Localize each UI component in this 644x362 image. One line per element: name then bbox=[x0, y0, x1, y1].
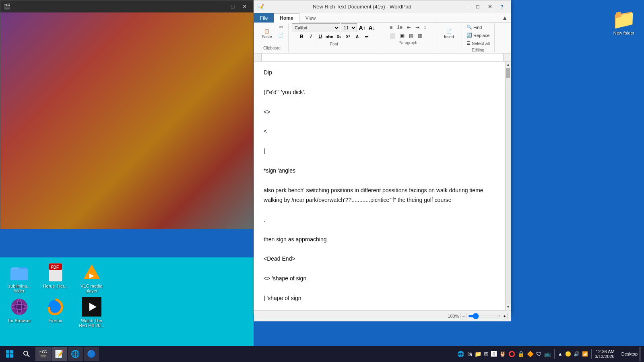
insert-icon: 📄 bbox=[446, 29, 452, 34]
taskbar-media-icon[interactable]: 🔶 bbox=[527, 351, 534, 357]
vlc-icon[interactable]: ▶ VLC media player bbox=[76, 263, 107, 293]
taskbar-edge-icon[interactable]: 🌐 bbox=[457, 351, 464, 357]
doc-line-cursor: | bbox=[264, 146, 495, 155]
taskbar-browser-app[interactable]: 🔵 bbox=[84, 347, 99, 361]
select-all-button[interactable]: ☰ Select all bbox=[464, 39, 492, 47]
taskbar-wordpad-app[interactable]: 📝 bbox=[52, 347, 67, 361]
copy-button[interactable]: 📄 bbox=[276, 31, 286, 39]
numbering-button[interactable]: 1≡ bbox=[395, 23, 405, 31]
bullets-button[interactable]: ≡ bbox=[388, 23, 394, 31]
video-close-button[interactable]: ✕ bbox=[239, 2, 250, 10]
tab-file[interactable]: File bbox=[254, 13, 274, 23]
superscript-button[interactable]: X² bbox=[344, 32, 353, 41]
tab-home[interactable]: Home bbox=[274, 13, 299, 23]
scroll-track[interactable] bbox=[506, 68, 511, 304]
doc-line-9 bbox=[264, 156, 495, 165]
shrink-font-button[interactable]: A↓ bbox=[367, 23, 376, 32]
taskbar-store-icon[interactable]: 🛍 bbox=[466, 351, 472, 357]
italic-button[interactable]: I bbox=[307, 32, 316, 41]
subscript-button[interactable]: X₂ bbox=[334, 32, 343, 41]
cut-button[interactable]: ✂ bbox=[276, 23, 286, 31]
desktop: 📁 New folder 🎬 – □ ✕ bbox=[0, 0, 644, 362]
zoom-out-button[interactable]: – bbox=[460, 313, 466, 319]
align-left-button[interactable]: ⬜ bbox=[388, 32, 398, 40]
taskbar-clock[interactable]: 12:36 AM 3/13/2020 bbox=[595, 349, 615, 359]
watch-redpill-icon[interactable]: Watch The Red Pill 20... bbox=[76, 297, 107, 328]
highlight-button[interactable]: ✏ bbox=[362, 32, 371, 41]
ribbon-content: 📋 Paste ✂ 📄 Clipboard Calibri bbox=[254, 23, 511, 53]
insert-label: Insert bbox=[444, 35, 454, 39]
video-maximize-button[interactable]: □ bbox=[227, 2, 238, 10]
ribbon-collapse-button[interactable]: ▲ bbox=[502, 14, 508, 21]
sublimina-folder-icon[interactable]: 'sublimina... folder bbox=[4, 263, 34, 293]
zoom-slider[interactable] bbox=[468, 315, 500, 317]
align-center-button[interactable]: ▣ bbox=[398, 32, 407, 40]
volume-icon[interactable]: 🔊 bbox=[574, 351, 580, 357]
editing-group: 🔍 Find 🔄 Replace ☰ Select all Editing bbox=[462, 23, 495, 52]
network-icon[interactable]: 📶 bbox=[582, 351, 588, 357]
zoom-in-button[interactable]: + bbox=[502, 313, 508, 319]
font-selector: Calibri 11 A↑ A↓ bbox=[292, 23, 376, 32]
video-minimize-button[interactable]: – bbox=[215, 2, 226, 10]
vlc-icon-img: ▶ bbox=[82, 263, 101, 282]
replace-button[interactable]: 🔄 Replace bbox=[464, 31, 492, 39]
wordpad-help-button[interactable]: ? bbox=[496, 2, 508, 11]
desktop-button[interactable]: Desktop bbox=[621, 352, 638, 356]
doc-line-1: Dip bbox=[264, 68, 495, 77]
font-name-dropdown[interactable]: Calibri bbox=[292, 23, 340, 32]
up-arrow-icon[interactable]: ▲ bbox=[558, 351, 563, 357]
taskbar-opera-icon[interactable]: ⭕ bbox=[508, 351, 515, 357]
show-desktop-button[interactable] bbox=[639, 347, 641, 361]
scroll-up-button[interactable]: ▲ bbox=[506, 62, 511, 68]
tab-view[interactable]: View bbox=[299, 13, 322, 23]
bitdefender-icon[interactable]: 🟡 bbox=[565, 351, 571, 357]
underline-button[interactable]: U bbox=[316, 32, 325, 41]
grow-font-button[interactable]: A↑ bbox=[358, 23, 367, 32]
editing-buttons: 🔍 Find 🔄 Replace ☰ Select all bbox=[464, 23, 492, 47]
wordpad-minimize-button[interactable]: – bbox=[460, 2, 471, 11]
scroll-down-button[interactable]: ▼ bbox=[506, 304, 511, 310]
svg-text:▶: ▶ bbox=[89, 272, 94, 279]
doc-line-7: < bbox=[264, 127, 495, 136]
find-button[interactable]: 🔍 Find bbox=[464, 23, 492, 31]
taskbar-mail-icon[interactable]: ✉ bbox=[484, 351, 489, 357]
wordpad-maximize-button[interactable]: □ bbox=[472, 2, 483, 11]
wordpad-close-button[interactable]: ✕ bbox=[484, 2, 495, 11]
paragraph-row1: ≡ 1≡ ⇤ ⇥ ↕ bbox=[388, 23, 428, 31]
insert-button[interactable]: 📄 Insert bbox=[440, 23, 458, 44]
increase-indent-button[interactable]: ⇥ bbox=[413, 23, 421, 31]
taskbar-video-app[interactable]: 🎬 bbox=[35, 347, 51, 361]
tor-browser-icon[interactable]: Tor Browser bbox=[4, 297, 34, 328]
taskbar-vpn-icon[interactable]: 🔒 bbox=[518, 351, 524, 357]
video-window: 🎬 – □ ✕ bbox=[0, 0, 254, 229]
horus-pdf-icon[interactable]: PDF Horus_Her... bbox=[40, 263, 70, 293]
doc-line-5: <> bbox=[264, 107, 495, 116]
align-right-button[interactable]: ▤ bbox=[407, 32, 415, 40]
video-controls: – □ ✕ bbox=[215, 2, 250, 10]
new-folder-icon[interactable]: 📁 New folder bbox=[612, 8, 636, 35]
bold-button[interactable]: B bbox=[297, 32, 306, 41]
desktop-icon-row-1: 'sublimina... folder PDF Horus_Her... ▶ … bbox=[4, 263, 107, 293]
taskbar-folder-icon[interactable]: 📁 bbox=[475, 351, 481, 357]
strikethrough-button[interactable]: abc bbox=[325, 32, 334, 41]
taskbar-tripadvisor-icon[interactable]: 🦉 bbox=[499, 351, 506, 357]
taskbar-chrome-app[interactable]: 🌐 bbox=[68, 347, 83, 361]
decrease-indent-button[interactable]: ⇤ bbox=[405, 23, 413, 31]
taskbar-security-icon[interactable]: 🛡 bbox=[536, 351, 542, 357]
font-size-dropdown[interactable]: 11 bbox=[341, 23, 357, 32]
wordpad-document[interactable]: Dip (t"e'd"' 'you dick'. <> < | *sign 'a… bbox=[254, 62, 505, 310]
svg-rect-19 bbox=[10, 354, 13, 358]
taskbar-media2-icon[interactable]: 📺 bbox=[544, 351, 551, 357]
doc-line-19: <Dead End> bbox=[264, 254, 495, 263]
taskbar-search[interactable] bbox=[19, 346, 34, 362]
text-color-button[interactable]: A bbox=[353, 32, 362, 41]
justify-button[interactable]: ▥ bbox=[416, 32, 424, 40]
start-button[interactable] bbox=[0, 346, 19, 362]
line-spacing-button[interactable]: ↕ bbox=[422, 23, 428, 31]
paste-button[interactable]: 📋 Paste bbox=[258, 23, 276, 44]
vertical-scrollbar[interactable]: ▲ ▼ bbox=[505, 62, 511, 310]
firefox-icon[interactable]: Firefox bbox=[40, 297, 70, 328]
wordpad-title: New Rich Text Document (415) - WordPad bbox=[264, 4, 460, 10]
taskbar-amazon-icon[interactable]: 🅰 bbox=[491, 351, 497, 357]
doc-line-17: then sign as approaching bbox=[264, 235, 495, 244]
